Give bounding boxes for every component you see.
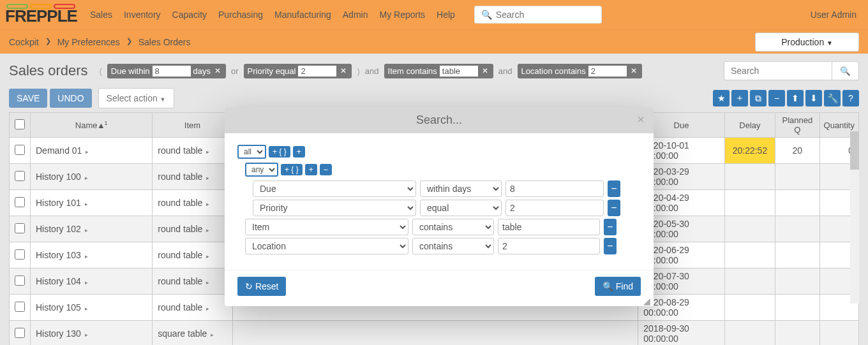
- delete-rule-button[interactable]: −: [608, 180, 620, 197]
- add-group-button[interactable]: + { }: [281, 164, 303, 175]
- filter-chip-due[interactable]: Due within days ✕: [107, 64, 226, 78]
- row-checkbox[interactable]: [15, 171, 25, 181]
- row-checkbox[interactable]: [15, 302, 25, 312]
- cell-item[interactable]: round table ▸: [153, 216, 232, 242]
- filter-location-value[interactable]: [588, 66, 627, 77]
- nav-manufacturing[interactable]: Manufacturing: [274, 10, 331, 20]
- cell-name[interactable]: History 104 ▸: [31, 268, 153, 295]
- row-checkbox[interactable]: [15, 223, 25, 233]
- cell-item[interactable]: round table ▸: [153, 242, 232, 268]
- cell-delay[interactable]: [724, 190, 775, 216]
- cell-delay[interactable]: [724, 321, 775, 346]
- nav-myreports[interactable]: My Reports: [379, 10, 425, 20]
- cell-item[interactable]: square table ▸: [153, 321, 232, 346]
- cell-item[interactable]: round table ▸: [153, 295, 232, 321]
- cell-name[interactable]: History 100 ▸: [31, 164, 153, 190]
- cell-item[interactable]: round table ▸: [153, 190, 232, 216]
- add-rule-button[interactable]: +: [305, 164, 317, 175]
- favorite-button[interactable]: ★: [713, 90, 730, 106]
- row-checkbox[interactable]: [15, 275, 25, 286]
- resize-handle[interactable]: ◢: [643, 296, 652, 305]
- rule-operator-select[interactable]: contains: [412, 219, 494, 235]
- help-button[interactable]: ?: [842, 90, 859, 106]
- rule-value-input[interactable]: [505, 200, 604, 216]
- rule-field-select[interactable]: Item: [245, 219, 408, 235]
- cell-planned[interactable]: [775, 295, 819, 321]
- copy-button[interactable]: ⧉: [750, 90, 767, 106]
- col-planned[interactable]: Planned Q: [775, 113, 819, 138]
- rule-field-select[interactable]: Priority: [253, 200, 416, 216]
- remove-filter-icon[interactable]: ✕: [213, 66, 222, 75]
- filter-priority-value[interactable]: [298, 66, 336, 77]
- cell-planned[interactable]: [775, 216, 819, 242]
- group-operator-select[interactable]: any: [245, 163, 278, 177]
- delete-button[interactable]: −: [768, 90, 785, 106]
- save-button[interactable]: SAVE: [9, 89, 47, 108]
- remove-group-button[interactable]: −: [320, 164, 332, 175]
- add-group-button[interactable]: + { }: [269, 146, 290, 158]
- cell-planned[interactable]: [775, 164, 819, 190]
- cell-delay[interactable]: [724, 242, 775, 268]
- remove-filter-icon[interactable]: ✕: [629, 66, 638, 75]
- close-icon[interactable]: ×: [637, 112, 645, 127]
- col-name[interactable]: Name1: [31, 113, 153, 138]
- undo-button[interactable]: UNDO: [50, 89, 91, 108]
- cell-name[interactable]: History 102 ▸: [31, 216, 153, 242]
- select-all-checkbox[interactable]: [15, 119, 25, 129]
- nav-inventory[interactable]: Inventory: [124, 10, 161, 20]
- cell-name[interactable]: History 130 ▸: [31, 321, 153, 346]
- rule-operator-select[interactable]: contains: [412, 238, 494, 254]
- col-checkbox[interactable]: [10, 113, 31, 138]
- delete-rule-button[interactable]: −: [608, 200, 620, 216]
- col-delay[interactable]: Delay: [724, 113, 775, 138]
- cell-item[interactable]: round table ▸: [153, 268, 232, 295]
- download-button[interactable]: ⬇: [805, 90, 822, 106]
- nav-help[interactable]: Help: [437, 10, 455, 20]
- rule-operator-select[interactable]: equal: [420, 200, 502, 216]
- global-search[interactable]: 🔍: [474, 6, 602, 24]
- user-menu[interactable]: User Admin: [811, 10, 863, 20]
- delete-rule-button[interactable]: −: [604, 238, 617, 254]
- cell-due[interactable]: 2018-09-30 00:00:00: [638, 321, 724, 346]
- filter-chip-item[interactable]: Item contains ✕: [384, 64, 493, 78]
- select-action-dropdown[interactable]: Select action ▼: [98, 88, 174, 108]
- global-search-input[interactable]: [496, 10, 595, 20]
- breadcrumb-item[interactable]: My Preferences: [57, 37, 120, 47]
- cell-delay[interactable]: [724, 216, 775, 242]
- logo[interactable]: FREPPLE: [5, 4, 77, 26]
- scroll-thumb[interactable]: [850, 131, 859, 170]
- rule-value-input[interactable]: [505, 180, 604, 197]
- breadcrumb-item[interactable]: Sales Orders: [138, 37, 191, 47]
- group-operator-select[interactable]: all: [237, 145, 266, 159]
- cell-planned[interactable]: [775, 190, 819, 216]
- filter-item-value[interactable]: [440, 66, 478, 77]
- cell-item[interactable]: round table ▸: [153, 164, 232, 190]
- rule-field-select[interactable]: Location: [245, 238, 408, 254]
- cell-planned[interactable]: [775, 321, 819, 346]
- breadcrumb-item[interactable]: Cockpit: [9, 37, 39, 47]
- find-button[interactable]: 🔍 Find: [595, 277, 641, 296]
- cell-delay[interactable]: [724, 164, 775, 190]
- remove-filter-icon[interactable]: ✕: [481, 66, 490, 75]
- filter-chip-priority[interactable]: Priority equal ✕: [244, 64, 352, 78]
- nav-admin[interactable]: Admin: [343, 10, 368, 20]
- add-button[interactable]: ＋: [731, 90, 748, 106]
- cell-delay[interactable]: 20:22:52: [724, 138, 775, 164]
- upload-button[interactable]: ⬆: [787, 90, 804, 106]
- row-checkbox[interactable]: [15, 249, 25, 260]
- cell-delay[interactable]: [724, 295, 775, 321]
- cell-quantity[interactable]: [819, 321, 858, 346]
- delete-rule-button[interactable]: −: [604, 219, 617, 235]
- cell-planned[interactable]: [775, 242, 819, 268]
- row-checkbox[interactable]: [15, 197, 25, 207]
- cell-name[interactable]: Demand 01 ▸: [31, 138, 153, 164]
- nav-sales[interactable]: Sales: [90, 10, 112, 20]
- remove-filter-icon[interactable]: ✕: [339, 66, 348, 75]
- nav-purchasing[interactable]: Purchasing: [218, 10, 263, 20]
- cell-item[interactable]: round table ▸: [153, 138, 232, 164]
- settings-button[interactable]: 🔧: [824, 90, 841, 106]
- nav-capacity[interactable]: Capacity: [172, 10, 207, 20]
- rule-field-select[interactable]: Due: [253, 180, 416, 197]
- cell-name[interactable]: History 101 ▸: [31, 190, 153, 216]
- col-item[interactable]: Item: [153, 113, 232, 138]
